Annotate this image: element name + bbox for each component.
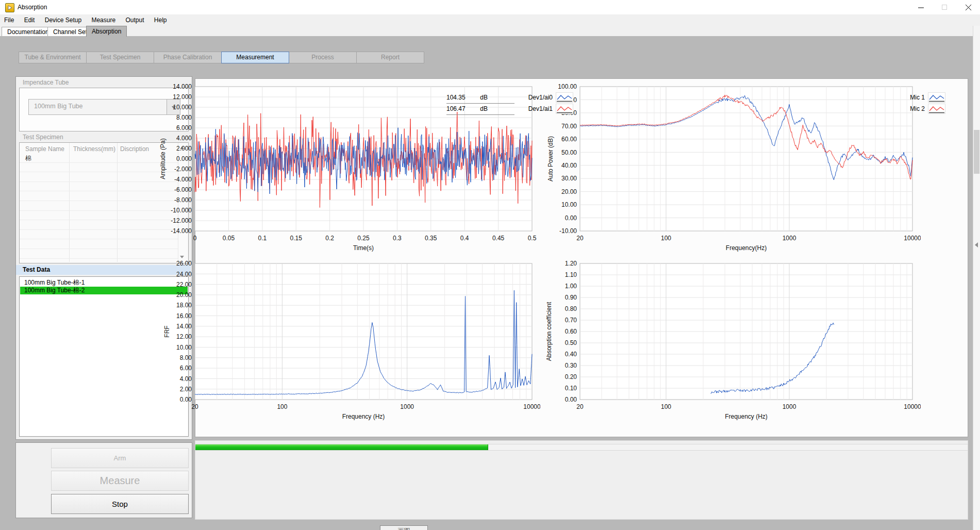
- svg-text:10000: 10000: [523, 403, 540, 410]
- svg-text:24.00: 24.00: [176, 271, 192, 278]
- impedance-tube-label: Impendace Tube: [23, 79, 69, 86]
- legend-item-mic2[interactable]: Mic 2: [898, 103, 945, 114]
- svg-text:-2.000: -2.000: [174, 165, 192, 173]
- svg-text:20: 20: [576, 235, 584, 242]
- svg-text:0.00: 0.00: [565, 396, 577, 403]
- legend-label: Mic 2: [898, 105, 925, 112]
- minimize-icon[interactable]: [909, 0, 933, 14]
- maximize-icon[interactable]: [933, 0, 956, 14]
- line-style-icon: [928, 92, 945, 103]
- svg-text:4.000: 4.000: [176, 135, 192, 142]
- auto-power-chart[interactable]: -10.000.0010.0020.0030.0040.0050.0060.00…: [539, 80, 921, 256]
- menu-item-file[interactable]: File: [0, 14, 18, 26]
- svg-text:4.00: 4.00: [180, 375, 192, 383]
- tab-measurement[interactable]: Measurement: [221, 52, 289, 63]
- tab-process[interactable]: Process: [289, 52, 357, 63]
- svg-text:1.00: 1.00: [565, 283, 577, 290]
- svg-text:0.80: 0.80: [565, 305, 577, 312]
- svg-text:Frequency (Hz): Frequency (Hz): [725, 413, 768, 420]
- close-icon[interactable]: [956, 0, 980, 14]
- svg-text:14.000: 14.000: [173, 83, 192, 90]
- svg-text:0.00: 0.00: [565, 214, 577, 222]
- menu-item-edit[interactable]: Edit: [20, 14, 39, 26]
- readout-unit: dB: [480, 94, 488, 101]
- menu-item-output[interactable]: Output: [121, 14, 148, 26]
- readout-value: 104.35: [446, 92, 478, 103]
- svg-text:0.60: 0.60: [565, 328, 577, 335]
- svg-text:Time(s): Time(s): [353, 244, 374, 252]
- svg-text:20: 20: [191, 403, 198, 410]
- svg-text:0.35: 0.35: [425, 235, 437, 242]
- svg-text:40.00: 40.00: [561, 162, 577, 169]
- svg-text:100: 100: [661, 403, 671, 410]
- absorption-coefficient-chart[interactable]: 0.000.100.200.300.400.500.600.700.800.90…: [539, 257, 921, 424]
- svg-text:60.00: 60.00: [561, 136, 577, 143]
- svg-text:0.5: 0.5: [528, 235, 537, 242]
- tab-report[interactable]: Report: [356, 52, 424, 63]
- menu-item-device-setup[interactable]: Device Setup: [41, 14, 86, 26]
- tab-phase-calibration[interactable]: Phase Calibration: [154, 52, 222, 63]
- measure-button[interactable]: Measure: [51, 471, 189, 491]
- svg-text:0: 0: [193, 235, 197, 242]
- draw-tab[interactable]: 画图: [380, 525, 428, 530]
- svg-text:0.20: 0.20: [565, 373, 577, 380]
- svg-text:10000: 10000: [904, 235, 921, 242]
- column-discription: Discription: [120, 145, 149, 153]
- svg-text:-10.000: -10.000: [171, 207, 192, 214]
- absorption-step-tabs: Tube & Environment Test Specimen Phase C…: [19, 52, 424, 63]
- svg-text:1000: 1000: [400, 403, 414, 410]
- legend-label: Mic 1: [898, 94, 925, 101]
- scrollbar-thumb[interactable]: [974, 130, 979, 174]
- svg-text:-12.000: -12.000: [171, 217, 192, 224]
- column-thickness: Thickness(mm): [73, 145, 115, 153]
- svg-text:16.00: 16.00: [176, 312, 192, 320]
- window-controls: [909, 0, 980, 14]
- legend-label: Dev1/ai0: [520, 94, 553, 101]
- svg-text:-10.00: -10.00: [559, 227, 577, 235]
- collapse-left-icon[interactable]: [975, 242, 978, 247]
- tab-tube-environment[interactable]: Tube & Environment: [19, 52, 87, 63]
- tab-documentation[interactable]: Documentation: [2, 27, 55, 37]
- vertical-scrollbar[interactable]: [973, 26, 980, 530]
- readout-value: 106.47: [446, 103, 478, 114]
- tab-test-specimen[interactable]: Test Specimen: [86, 52, 154, 63]
- legend-item-dev1-ai1[interactable]: Dev1/ai1: [520, 103, 573, 114]
- svg-text:20.00: 20.00: [176, 291, 192, 299]
- svg-text:20.00: 20.00: [561, 188, 577, 195]
- svg-text:8.00: 8.00: [180, 354, 192, 361]
- titlebar: Absorption: [0, 0, 980, 15]
- legend-item-mic1[interactable]: Mic 1: [898, 92, 945, 103]
- menu-item-measure[interactable]: Measure: [87, 14, 120, 26]
- specimen-row-sample-name[interactable]: 棉: [25, 154, 31, 163]
- impedance-tube-selected-value: 100mm Big Tube: [34, 100, 83, 113]
- svg-text:50.00: 50.00: [561, 149, 577, 156]
- svg-text:20: 20: [576, 403, 584, 410]
- line-style-icon: [928, 104, 945, 114]
- svg-text:10000: 10000: [904, 403, 921, 410]
- stop-button[interactable]: Stop: [51, 494, 189, 514]
- svg-text:Amplitude (Pa): Amplitude (Pa): [159, 138, 167, 179]
- svg-text:1000: 1000: [783, 403, 796, 410]
- svg-text:10.00: 10.00: [561, 201, 577, 208]
- svg-text:FRF: FRF: [163, 325, 171, 337]
- svg-text:0.05: 0.05: [223, 235, 235, 242]
- svg-text:100: 100: [661, 235, 671, 242]
- svg-text:0.50: 0.50: [565, 339, 577, 346]
- app-icon: [5, 3, 14, 12]
- menu-item-help[interactable]: Help: [150, 14, 171, 26]
- svg-text:2.000: 2.000: [176, 145, 192, 152]
- svg-text:0.90: 0.90: [565, 294, 577, 301]
- svg-text:100.00: 100.00: [558, 83, 577, 90]
- readout-unit: dB: [480, 105, 488, 112]
- legend-item-dev1-ai0[interactable]: Dev1/ai0: [520, 92, 573, 103]
- svg-text:Frequency(Hz): Frequency(Hz): [726, 244, 767, 252]
- frf-chart[interactable]: 0.002.004.006.008.0010.0012.0014.0016.00…: [154, 257, 540, 424]
- svg-text:30.00: 30.00: [561, 175, 577, 182]
- svg-text:0.70: 0.70: [565, 317, 577, 324]
- control-buttons-panel: Arm Measure Stop: [15, 442, 192, 518]
- tab-absorption[interactable]: Absorption: [86, 26, 127, 37]
- svg-text:26.00: 26.00: [176, 260, 192, 267]
- svg-text:1.20: 1.20: [565, 260, 577, 267]
- window-title: Absorption: [18, 0, 47, 14]
- arm-button[interactable]: Arm: [51, 448, 189, 468]
